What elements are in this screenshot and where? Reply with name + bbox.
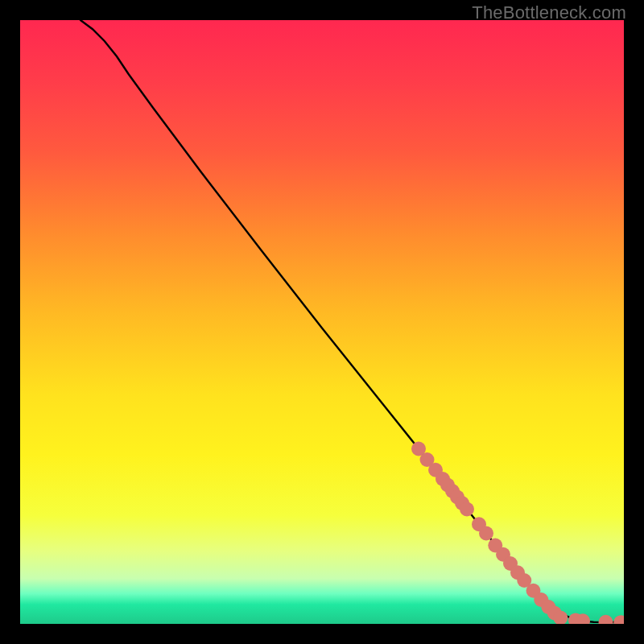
chart-frame: TheBottleneck.com [0,0,644,644]
gradient-background [20,20,624,624]
attribution-text: TheBottleneck.com [472,2,626,23]
